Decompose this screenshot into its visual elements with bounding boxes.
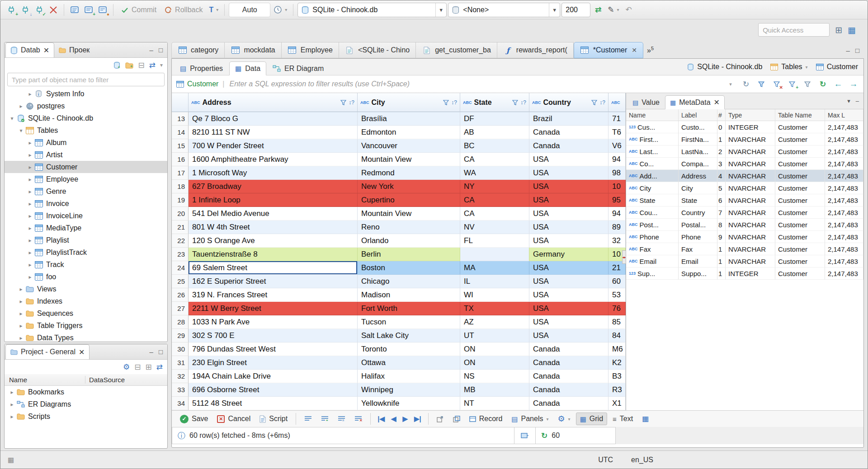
refresh-icon[interactable]: ↻ [741, 79, 751, 89]
settings-button[interactable]: ⚙ ▾ [554, 413, 574, 425]
chevron-right-icon[interactable]: ▸ [26, 164, 34, 170]
fetch-all-icon[interactable] [449, 413, 464, 425]
undo-icon[interactable]: ↶ [623, 3, 635, 17]
meta-type-cell[interactable]: INTEGER [726, 267, 775, 280]
row-number[interactable]: 28 [172, 315, 189, 329]
disconnect-icon[interactable] [47, 3, 60, 17]
connection-selector[interactable]: SQLite - Chinook.db ▼ [297, 3, 447, 17]
table-row[interactable]: 191 Infinite LoopCupertinoCAUSA95 [172, 193, 626, 207]
meta-maxlen-cell[interactable]: 2,147,483 [825, 182, 863, 194]
previous-row-icon[interactable]: ◀ [389, 415, 399, 423]
project-item-scripts[interactable]: ▸Scripts [5, 410, 167, 422]
cell-postal[interactable]: 95 [609, 193, 626, 207]
meta-table-cell[interactable]: Customer [775, 267, 825, 280]
cell-country[interactable]: USA [529, 275, 609, 288]
tree-item-views[interactable]: ▸Views [5, 283, 167, 295]
meta-table-cell[interactable]: Customer [775, 145, 825, 158]
tree-item-playlist[interactable]: ▸Playlist [5, 234, 167, 246]
recent-sql-editor-icon[interactable]: ● [96, 3, 109, 17]
cell-postal[interactable]: 10 [609, 180, 626, 193]
test-connection-icon[interactable]: ✓ [33, 3, 46, 17]
tree-item-invoiceline[interactable]: ▸InvoiceLine [5, 210, 167, 222]
table-row[interactable]: 29302 S 700 ESalt Lake CityUTUSA84 [172, 329, 626, 342]
cell-state[interactable]: IL [460, 275, 529, 288]
column-header-state[interactable]: ABCState↕? [460, 93, 529, 112]
metadata-row-phone[interactable]: ABCPhonePhone9NVARCHARCustomer2,147,483 [626, 231, 863, 243]
tree-item-sequences[interactable]: ▸Sequences [5, 307, 167, 319]
meta-label-cell[interactable]: FirstNa... [679, 133, 717, 145]
cell-city[interactable]: Berlin [358, 248, 460, 261]
expand-all-icon[interactable]: ⊞ [146, 363, 152, 371]
filter-save-icon[interactable] [802, 79, 813, 89]
meta-maxlen-cell[interactable]: 2,147,483 [825, 267, 863, 280]
row-number[interactable]: 15 [172, 139, 189, 153]
metadata-row-address[interactable]: ABCAdd...Address4NVARCHARCustomer2,147,4… [626, 170, 863, 182]
meta-maxlen-cell[interactable]: 2,147,483 [825, 158, 863, 170]
meta-name-cell[interactable]: 123Sup... [626, 267, 679, 280]
chevron-right-icon[interactable]: ▸ [17, 298, 25, 305]
cell-city[interactable]: Chicago [358, 275, 460, 288]
meta-label-cell[interactable]: Compa... [679, 158, 717, 170]
meta-column-label[interactable]: Label [679, 109, 717, 121]
cell-state[interactable]: MA [460, 261, 529, 275]
meta-label-cell[interactable]: Custo... [679, 121, 717, 133]
meta-column-max-l[interactable]: Max L [825, 109, 863, 121]
meta-type-cell[interactable]: NVARCHAR [726, 182, 775, 194]
meta-label-cell[interactable]: Postal... [679, 219, 717, 231]
table-row[interactable]: 2469 Salem StreetBostonMAUSA21 [172, 261, 626, 275]
meta-ordinal-cell[interactable]: 1 [717, 255, 726, 267]
navigator-filter-input[interactable] [7, 73, 165, 86]
meta-type-cell[interactable]: NVARCHAR [726, 194, 775, 206]
cell-state[interactable]: TX [460, 302, 529, 315]
cell-country[interactable]: USA [529, 207, 609, 220]
meta-type-cell[interactable]: NVARCHAR [726, 133, 775, 145]
metadata-row-city[interactable]: ABCCityCity5NVARCHARCustomer2,147,483 [626, 182, 863, 194]
meta-table-cell[interactable]: Customer [775, 182, 825, 194]
copy-row-icon[interactable]: ≡ [334, 413, 349, 425]
chevron-right-icon[interactable]: ▸ [26, 91, 34, 97]
script-button[interactable]: Script [256, 413, 291, 425]
cell-state[interactable]: NT [460, 397, 529, 410]
row-number[interactable]: 17 [172, 166, 189, 180]
grid-extra-icon[interactable]: ▦ [638, 413, 652, 425]
chevron-right-icon[interactable]: ▸ [26, 188, 34, 195]
transaction-mode-icon[interactable]: T ▾ [207, 3, 220, 17]
tab-value[interactable]: ▤ Value [628, 95, 664, 109]
edit-mode-icon[interactable]: ✎ ▾ [606, 3, 621, 17]
meta-table-cell[interactable]: Customer [775, 133, 825, 145]
meta-table-cell[interactable]: Customer [775, 206, 825, 219]
meta-ordinal-cell[interactable]: 4 [717, 170, 726, 182]
tree-item-tables[interactable]: ▾Tables [5, 124, 167, 136]
meta-label-cell[interactable]: Country [679, 206, 717, 219]
meta-maxlen-cell[interactable]: 2,147,483 [825, 170, 863, 182]
table-row[interactable]: 22120 S Orange AveOrlandoFLUSA32 [172, 234, 626, 248]
column-header-address[interactable]: ABCAddress↕? [189, 93, 358, 112]
cell-address[interactable]: 700 W Pender Street [189, 139, 358, 153]
meta-maxlen-cell[interactable]: 2,147,483 [825, 219, 863, 231]
meta-name-cell[interactable]: ABCState [626, 194, 679, 206]
cell-address[interactable]: 696 Osborne Street [189, 383, 358, 397]
maximize-icon[interactable]: □ [855, 47, 859, 54]
timezone-indicator[interactable]: UTC [598, 456, 613, 464]
metadata-row-compa[interactable]: ABCCo...Compa...3NVARCHARCustomer2,147,4… [626, 158, 863, 170]
meta-table-cell[interactable]: Customer [775, 170, 825, 182]
meta-ordinal-cell[interactable]: 1 [717, 267, 726, 280]
grid-view-button[interactable]: ▦ Grid [576, 413, 607, 425]
editor-tab-mockdata[interactable]: mockdata [225, 42, 281, 58]
table-row[interactable]: 21801 W 4th StreetRenoNVUSA89 [172, 220, 626, 234]
auto-commit-dropdown[interactable]: Auto [229, 3, 270, 17]
metadata-row-suppo[interactable]: 123Sup...Suppo...1INTEGERCustomer2,147,4… [626, 267, 863, 280]
table-row[interactable]: 31230 Elgin StreetOttawaONCanadaK2 [172, 356, 626, 370]
meta-maxlen-cell[interactable]: 2,147,483 [825, 133, 863, 145]
next-row-icon[interactable]: ▶ [400, 415, 410, 423]
filter-remove-icon[interactable]: ✕ [771, 79, 782, 89]
cell-city[interactable]: Fort Worth [358, 302, 460, 315]
table-row[interactable]: 23Tauentzienstraße 8BerlinGermany10 [172, 248, 626, 261]
cell-address[interactable]: 230 Elgin Street [189, 356, 358, 370]
meta-maxlen-cell[interactable]: 2,147,483 [825, 145, 863, 158]
meta-label-cell[interactable]: Email [679, 255, 717, 267]
meta-table-cell[interactable]: Customer [775, 158, 825, 170]
close-icon[interactable]: ✕ [632, 47, 637, 54]
minimize-icon[interactable]: – [150, 46, 153, 54]
meta-ordinal-cell[interactable]: 5 [717, 182, 726, 194]
